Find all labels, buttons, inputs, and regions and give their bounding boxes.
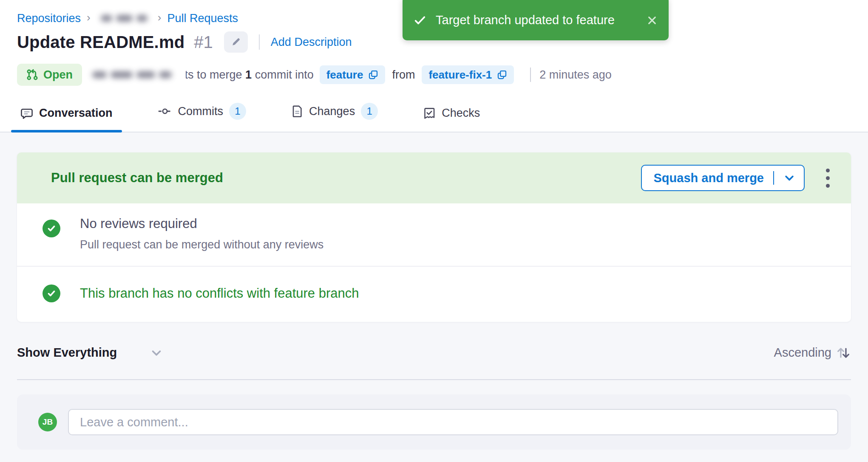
pr-number: #1 bbox=[194, 33, 213, 52]
file-diff-icon bbox=[291, 105, 303, 118]
tab-commits[interactable]: Commits 1 bbox=[148, 99, 256, 132]
divider bbox=[17, 379, 851, 380]
check-icon bbox=[43, 220, 60, 237]
pencil-icon bbox=[230, 37, 241, 48]
divider bbox=[259, 34, 260, 50]
copy-icon[interactable] bbox=[368, 70, 378, 80]
squash-and-merge-label: Squash and merge bbox=[654, 171, 764, 185]
chevron-down-icon bbox=[150, 346, 163, 359]
chevron-down-icon[interactable] bbox=[782, 169, 800, 186]
page-title: Update README.md bbox=[17, 33, 184, 52]
tab-changes[interactable]: Changes 1 bbox=[282, 99, 387, 132]
commit-count: 1 bbox=[245, 68, 252, 82]
commit-icon bbox=[158, 105, 172, 118]
avatar: JB bbox=[38, 413, 57, 431]
status-badge: Open bbox=[17, 64, 82, 86]
toast-message: Target branch updated to feature bbox=[436, 13, 615, 27]
check-text: This branch has no conflicts with featur… bbox=[80, 286, 359, 301]
merge-status-card: Pull request can be merged Squash and me… bbox=[17, 152, 851, 322]
merge-actions: Squash and merge bbox=[641, 165, 833, 191]
check-title: This branch has no conflicts with featur… bbox=[80, 286, 359, 301]
tab-label: Changes bbox=[309, 105, 355, 118]
sort-order-button[interactable]: Ascending bbox=[774, 346, 851, 360]
merge-card-header: Pull request can be merged Squash and me… bbox=[17, 152, 851, 203]
check-title: No reviews required bbox=[80, 216, 323, 231]
merge-status-title: Pull request can be merged bbox=[51, 170, 223, 186]
show-everything-label: Show Everything bbox=[17, 346, 117, 360]
breadcrumb-pull-requests-link[interactable]: Pull Requests bbox=[167, 12, 238, 25]
tab-count-badge: 1 bbox=[361, 103, 378, 120]
tab-label: Commits bbox=[178, 105, 224, 118]
divider bbox=[530, 68, 531, 82]
source-branch-badge[interactable]: feature-fix-1 bbox=[422, 65, 514, 84]
close-icon[interactable] bbox=[647, 15, 658, 26]
tab-count-badge: 1 bbox=[229, 103, 246, 120]
toast-notification: Target branch updated to feature bbox=[403, 0, 669, 40]
check-icon bbox=[43, 285, 60, 302]
redacted-author-name bbox=[88, 65, 186, 85]
show-everything-select[interactable]: Show Everything bbox=[17, 346, 163, 360]
status-from-text: from bbox=[392, 68, 415, 82]
tab-label: Checks bbox=[442, 107, 480, 120]
sort-arrows-icon bbox=[836, 346, 851, 360]
status-badge-label: Open bbox=[43, 68, 73, 82]
merge-check-row: This branch has no conflicts with featur… bbox=[17, 266, 851, 322]
breadcrumb-separator: › bbox=[158, 11, 162, 24]
sort-order-label: Ascending bbox=[774, 346, 831, 360]
git-pull-request-icon bbox=[26, 69, 38, 81]
checklist-icon bbox=[423, 107, 436, 120]
squash-and-merge-button[interactable]: Squash and merge bbox=[641, 165, 805, 191]
comment-bubble-icon bbox=[20, 107, 33, 120]
edit-title-button[interactable] bbox=[224, 31, 248, 53]
kebab-menu-icon[interactable] bbox=[823, 165, 833, 191]
check-icon bbox=[414, 14, 426, 27]
tab-conversation[interactable]: Conversation bbox=[11, 102, 122, 132]
merge-check-row: No reviews required Pull request can be … bbox=[17, 203, 851, 266]
copy-icon[interactable] bbox=[497, 70, 507, 80]
conversation-panel: Pull request can be merged Squash and me… bbox=[0, 132, 868, 462]
redacted-repo-name bbox=[96, 11, 152, 25]
breadcrumb-separator: › bbox=[87, 11, 91, 24]
divider bbox=[773, 171, 774, 185]
status-commit-text: commit into bbox=[252, 68, 314, 82]
tab-bar: Conversation Commits 1 Changes 1 bbox=[0, 99, 868, 132]
tab-checks[interactable]: Checks bbox=[414, 102, 489, 132]
timestamp: 2 minutes ago bbox=[539, 68, 612, 82]
add-description-link[interactable]: Add Description bbox=[271, 36, 352, 49]
breadcrumb-repositories-link[interactable]: Repositories bbox=[17, 12, 81, 25]
check-text: No reviews required Pull request can be … bbox=[80, 216, 323, 251]
comment-composer: JB bbox=[17, 394, 851, 450]
timeline-filter-row: Show Everything Ascending bbox=[17, 346, 851, 360]
tab-label: Conversation bbox=[39, 107, 113, 120]
target-branch-label: feature bbox=[326, 68, 363, 82]
comment-input[interactable] bbox=[68, 409, 838, 435]
source-branch-label: feature-fix-1 bbox=[428, 68, 492, 82]
pr-status-row: Open wants to merge 1 commit into featur… bbox=[17, 64, 868, 86]
check-subtitle: Pull request can be merged without any r… bbox=[80, 238, 323, 251]
target-branch-badge[interactable]: feature bbox=[320, 65, 386, 84]
